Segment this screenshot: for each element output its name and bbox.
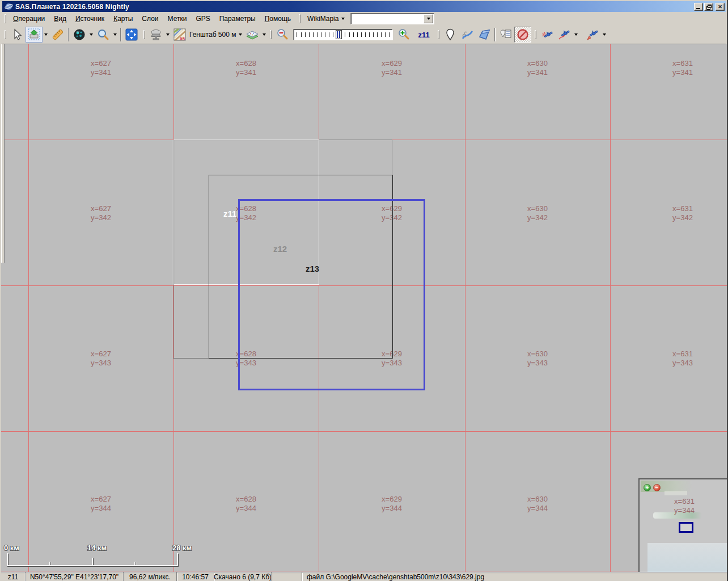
ruler-button[interactable] [49,27,66,43]
source-mode-button[interactable] [147,27,164,43]
gps-track-button[interactable] [556,27,573,43]
close-icon: ✕ [718,4,722,10]
menu-item-4[interactable]: Карты [109,13,137,24]
zoom-slider[interactable] [293,29,393,40]
toolbar-gripper[interactable] [535,30,536,39]
grid-line-horizontal [1,431,727,432]
zoom-out-button[interactable] [274,27,291,43]
menu-item-2[interactable]: Вид [49,13,71,24]
slider-tick [321,32,321,37]
menubar-gripper[interactable] [5,14,6,23]
minimap-zoom-in-button[interactable]: + [644,484,651,491]
combobox-dropdown-button[interactable] [424,14,433,23]
minimap-zoom-out-button[interactable]: − [653,484,661,491]
minimap-panel[interactable]: x=631 y=344 + − [638,478,727,572]
toolbar-gripper[interactable] [438,30,439,39]
status-downloaded: Скачано 6 (9,7 Кб) [214,572,272,581]
menu-item-3[interactable]: Источник [71,13,109,24]
add-polygon-button[interactable] [476,27,493,43]
slider-tick [309,32,310,37]
minimize-button[interactable] [694,3,703,11]
gps-position-button[interactable] [584,27,601,43]
tile-label: x=630 y=344 [527,495,548,513]
fullscreen-icon [125,28,138,41]
slider-tick [381,32,382,37]
title-bar[interactable]: SAS.Планета 120216.5058 Nightly ✕ [2,1,726,12]
zoom-in-button[interactable] [395,27,412,43]
menu-item-9[interactable]: Помощь [260,13,295,24]
tile-label: x=631 y=343 [672,350,693,368]
pan-cursor-button[interactable] [9,27,26,43]
toolbar-gripper[interactable] [5,30,6,39]
layers-select-button[interactable] [244,27,261,43]
gps-track-dropdown[interactable] [573,27,579,43]
menu-item-1[interactable]: Операции [9,13,49,24]
wikimapia-layer-button[interactable]: WikiMapia [304,14,348,24]
tile-label: x=631 y=342 [672,204,693,222]
chevron-down-icon [341,18,345,20]
restore-button[interactable] [704,3,713,11]
selection-tool-dropdown[interactable] [43,27,49,43]
forbid-icon [516,28,530,41]
add-placemark-button[interactable] [442,27,459,43]
minimize-icon [696,8,700,9]
gps-position-dropdown[interactable] [601,27,608,43]
tile-label: x=628 y=344 [236,495,256,513]
wikimapia-label: WikiMapia [307,15,338,23]
minimap-view-rect[interactable] [679,522,693,533]
placemark-manager-button[interactable] [497,27,514,43]
gps-connect-button[interactable] [539,27,556,43]
add-path-button[interactable] [459,27,476,43]
selection-tool-icon [27,28,41,41]
side-panel-splitter[interactable] [1,44,5,263]
map-type-label: Генштаб 500 м [188,31,237,39]
map-area[interactable]: x=627 y=341x=628 y=341x=629 y=341x=630 y… [1,44,727,572]
slider-tick [361,32,362,37]
menu-item-6[interactable]: Метки [163,13,192,24]
minimap-terrain [664,491,687,495]
selection-rect [238,199,425,390]
zoom-level-overlay-label: z12 [273,244,287,254]
wikimapia-gripper[interactable] [299,14,300,23]
selection-tool-button[interactable] [26,27,43,43]
toolbar-gripper[interactable] [143,30,145,39]
grid-line-horizontal [1,571,727,571]
source-mode-dropdown[interactable] [164,27,171,43]
menu-bar: ОперацииВидИсточникКартыСлоиМеткиGPSПара… [2,12,726,26]
go-to-dropdown[interactable] [88,27,95,43]
hide-placemarks-button[interactable] [514,27,531,43]
slider-tick [333,32,333,37]
window-title: SAS.Планета 120216.5058 Nightly [15,3,693,11]
search-combobox[interactable] [350,13,434,24]
close-button[interactable]: ✕ [716,3,725,11]
menu-item-5[interactable]: Слои [137,13,163,24]
chevron-down-icon [166,33,170,36]
slider-tick [325,32,325,37]
tile-label: x=628 y=341 [236,59,256,77]
menu-items: ОперацииВидИсточникКартыСлоиМеткиGPSПара… [9,13,295,24]
map-select-button[interactable]: 05 Генштаб 500 м [171,27,244,43]
slider-tick [313,32,314,37]
slider-tick [317,32,318,37]
scale-label-1: 14 км [87,544,107,552]
tile-label: x=627 y=343 [91,350,111,368]
slider-tick [373,32,374,37]
fullscreen-button[interactable] [123,27,140,43]
slider-tick [301,32,302,37]
cursor-icon [10,28,24,41]
go-to-button[interactable] [71,27,88,43]
grid-line-vertical [28,44,29,572]
toolbar-gripper[interactable] [270,30,272,39]
status-bar: z11N50°47'55,29" E41°23'17,70"96,62 м/пи… [1,572,727,581]
chevron-down-icon [113,33,117,36]
search-button[interactable] [95,27,112,43]
layers-dropdown[interactable] [261,27,268,43]
slider-tick [345,32,345,37]
zoom-slider-thumb[interactable] [336,30,342,39]
search-dropdown[interactable] [112,27,118,43]
menu-item-8[interactable]: Параметры [215,13,260,24]
menu-item-7[interactable]: GPS [191,13,214,24]
zoom-out-icon [276,28,289,41]
grid-line-vertical [610,44,611,572]
tile-label: x=627 y=344 [91,495,111,513]
